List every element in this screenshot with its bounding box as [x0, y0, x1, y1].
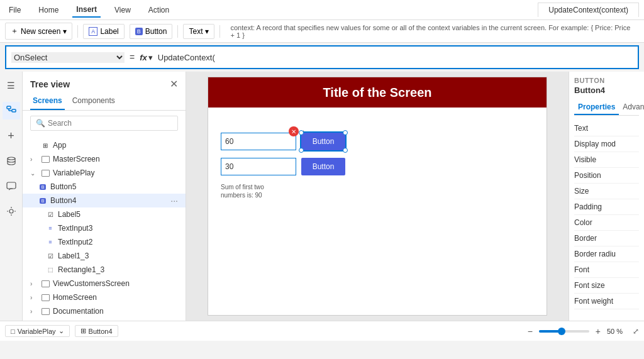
zoom-percentage: 50 % — [607, 328, 623, 335]
prop-font[interactable]: Font — [574, 262, 639, 278]
tree-item-button5[interactable]: B Button5 — [23, 180, 186, 194]
menu-home[interactable]: Home — [35, 3, 62, 17]
new-screen-button[interactable]: ＋ New screen ▾ — [5, 23, 72, 40]
tree-item-textinput2[interactable]: ≡ TextInput2 — [23, 235, 186, 249]
tree-item-viewcustomersscreen[interactable]: › ViewCustomersScreen — [23, 277, 186, 290]
search-box: 🔍 — [30, 116, 178, 131]
tab-properties[interactable]: Properties — [574, 100, 619, 115]
button-2[interactable]: Button — [301, 158, 345, 175]
tab-components[interactable]: Components — [70, 92, 118, 110]
zoom-out-button[interactable]: − — [524, 325, 536, 338]
text-button[interactable]: Text ▾ — [183, 24, 214, 39]
menu-file[interactable]: File — [5, 3, 25, 17]
formula-fx-button[interactable]: fx ▾ — [140, 53, 153, 62]
button1-label: Button — [313, 137, 335, 146]
button-ctrl-icon: B — [38, 182, 48, 192]
menu-view[interactable]: View — [111, 3, 135, 17]
prop-font-size[interactable]: Font size — [574, 278, 639, 294]
prop-padding[interactable]: Padding — [574, 199, 639, 215]
svg-rect-5 — [7, 182, 16, 189]
zoom-controls: − + 50 % — [524, 325, 623, 338]
formula-tab[interactable]: UpdateContext(context) — [538, 3, 639, 17]
sum-label: Sum of first twonumbers is: 90 — [221, 184, 264, 199]
settings-icon[interactable] — [3, 202, 20, 220]
prop-position[interactable]: Position — [574, 168, 639, 184]
tree-item-homescreen[interactable]: › HomeScreen — [23, 290, 186, 304]
left-icon-panel: ☰ + — [0, 72, 23, 321]
button-button[interactable]: B Button — [130, 24, 173, 39]
zoom-slider[interactable] — [539, 330, 589, 333]
sidebar-tabs: Screens Components — [23, 92, 186, 111]
tree-item-masterscreen[interactable]: › MasterScreen — [23, 152, 186, 166]
chevron-down-icon: ⌄ — [30, 170, 38, 177]
component-selector[interactable]: ⊞ Button4 — [75, 325, 118, 337]
expand-icon[interactable]: ⤢ — [633, 327, 639, 336]
text-input-1[interactable]: 60 — [221, 133, 296, 150]
input-row-1: 60 ✕ ⌄ Button — [221, 133, 534, 150]
hamburger-menu-icon[interactable]: ☰ — [3, 77, 20, 94]
prop-visible[interactable]: Visible — [574, 152, 639, 168]
zoom-fill — [539, 330, 559, 333]
handle-tr[interactable] — [343, 130, 348, 135]
tree-item-button4[interactable]: B Button4 ··· — [23, 194, 186, 207]
panel-section-title: BUTTON — [574, 77, 639, 84]
toolbar-separator-3 — [219, 25, 220, 38]
tree-label-variableplay: VariablePlay — [53, 168, 94, 177]
menu-action[interactable]: Action — [145, 3, 173, 17]
tree-label-homescreen: HomeScreen — [53, 293, 97, 302]
chat-icon[interactable] — [3, 177, 20, 195]
input-row-2: 30 Button — [221, 158, 534, 175]
tab-screens[interactable]: Screens — [30, 92, 65, 110]
zoom-in-button[interactable]: + — [592, 325, 604, 338]
menu-insert[interactable]: Insert — [72, 3, 101, 18]
close-icon[interactable]: ✕ — [170, 78, 178, 90]
tree-item-label5[interactable]: ☑ Label5 — [23, 207, 186, 221]
property-selector[interactable]: OnSelect — [11, 52, 125, 63]
tree-item-textinput3[interactable]: ≡ TextInput3 — [23, 221, 186, 235]
tree-item-app[interactable]: ⊞ App — [23, 138, 186, 152]
prop-font-weight[interactable]: Font weight — [574, 294, 639, 309]
delete-badge[interactable]: ✕ — [289, 126, 299, 136]
tab-advanced[interactable]: Advanced — [619, 100, 644, 115]
add-icon[interactable]: + — [3, 127, 20, 145]
button-ctrl-icon: B — [38, 196, 48, 206]
context-hint: context: A record that specifies new val… — [225, 24, 639, 39]
prop-display-mode[interactable]: Display mod — [574, 136, 639, 152]
svg-point-4 — [8, 157, 15, 160]
tree-content: ⊞ App › MasterScreen ⌄ VariablePlay B Bu… — [23, 136, 186, 321]
chevron-right-icon: › — [30, 294, 38, 301]
prop-size[interactable]: Size — [574, 184, 639, 199]
toolbar: ＋ New screen ▾ A Label B Button Text ▾ c… — [0, 20, 644, 43]
tree-label-documentation: Documentation — [53, 307, 104, 316]
prop-text[interactable]: Text — [574, 121, 639, 136]
tree-item-variableplay[interactable]: ⌄ VariablePlay — [23, 166, 186, 180]
tree-item-label1-3[interactable]: ☑ Label1_3 — [23, 249, 186, 263]
chevron-right-icon: › — [30, 280, 38, 287]
tree-label-masterscreen: MasterScreen — [53, 155, 100, 163]
prop-border[interactable]: Border — [574, 231, 639, 246]
handle-tl[interactable] — [299, 130, 304, 135]
more-options-icon[interactable]: ··· — [170, 196, 178, 206]
formula-input[interactable] — [158, 53, 633, 62]
text-input-2[interactable]: 30 — [221, 158, 296, 175]
search-input[interactable] — [48, 119, 172, 128]
tree-label-app: App — [53, 141, 66, 150]
label-button[interactable]: A Label — [83, 24, 124, 39]
handle-br[interactable] — [343, 148, 348, 153]
tree-item-rectangle1-3[interactable]: ⬚ Rectangle1_3 — [23, 263, 186, 277]
tree-item-documentation[interactable]: › Documentation — [23, 304, 186, 318]
button-container: Button — [301, 133, 345, 150]
database-icon[interactable] — [3, 152, 20, 170]
button2-label: Button — [313, 162, 335, 171]
screen-chevron-icon: ⌄ — [58, 327, 64, 335]
prop-border-radius[interactable]: Border radiu — [574, 246, 639, 262]
tree-label-textinput2: TextInput2 — [58, 238, 92, 246]
tree-view-icon[interactable] — [3, 102, 20, 119]
prop-color[interactable]: Color — [574, 215, 639, 231]
handle-bl[interactable] — [299, 148, 304, 153]
screen-selector[interactable]: □ VariablePlay ⌄ — [5, 325, 70, 337]
chevron-right-icon: › — [30, 308, 38, 315]
screen-content: 60 ✕ ⌄ Button — [208, 108, 547, 212]
screen-name: VariablePlay — [18, 328, 56, 335]
button-1[interactable]: Button — [301, 133, 345, 150]
